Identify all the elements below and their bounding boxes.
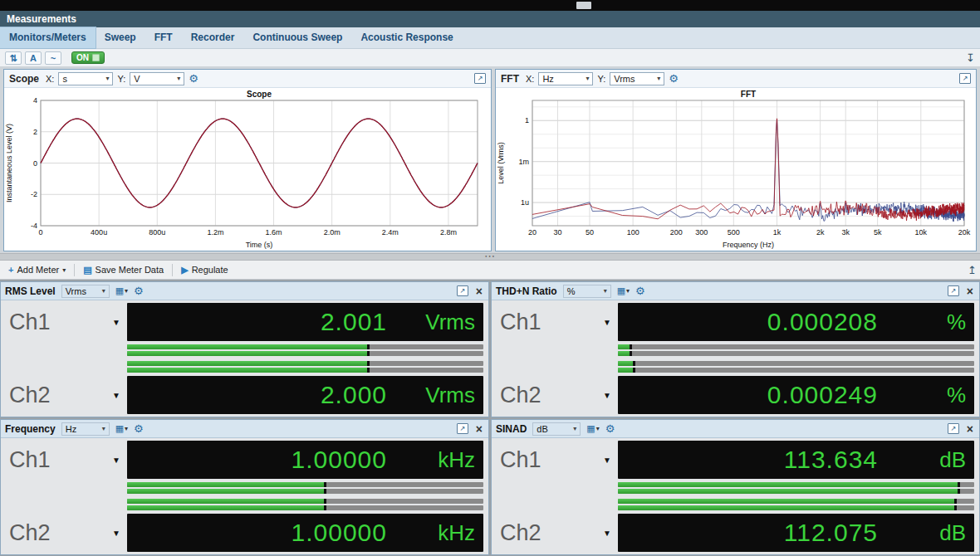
- channel-selector[interactable]: Ch2 ▼: [4, 514, 127, 552]
- regulate-label: Regulate: [192, 265, 228, 275]
- svg-text:100: 100: [627, 228, 639, 237]
- svg-text:Instantaneous Level (V): Instantaneous Level (V): [5, 124, 13, 202]
- tab-continuous-sweep[interactable]: Continuous Sweep: [243, 27, 351, 48]
- tab-sweep[interactable]: Sweep: [96, 27, 145, 48]
- channel-selector[interactable]: Ch1 ▼: [4, 303, 127, 341]
- chevron-down-icon: ▾: [62, 266, 66, 274]
- display-options-icon[interactable]: ▦ ▾: [586, 423, 599, 434]
- monitor-waveform-icon[interactable]: ~: [45, 51, 61, 65]
- display-grid-icon: ▦: [115, 285, 124, 296]
- chevron-down-icon: ▾: [177, 75, 180, 82]
- fft-chart: 2030501002003005001k2k3k5k10k20k1u1m1FFT…: [496, 88, 976, 251]
- channel-row: Ch1 ▼ 0.000208 %: [495, 303, 974, 341]
- svg-text:300: 300: [695, 228, 708, 237]
- svg-text:3k: 3k: [841, 228, 850, 237]
- close-icon[interactable]: ×: [474, 423, 484, 435]
- channel-selector[interactable]: Ch2 ▼: [495, 376, 618, 414]
- tab-acoustic-response[interactable]: Acoustic Response: [351, 27, 462, 48]
- dropdown-icon: ▼: [112, 456, 120, 465]
- scope-y-combo[interactable]: V ▾: [130, 72, 184, 85]
- close-icon[interactable]: ×: [965, 423, 975, 435]
- popout-icon[interactable]: ↗: [457, 423, 468, 434]
- display-options-icon[interactable]: ▦ ▾: [115, 423, 128, 434]
- dropdown-icon: ▼: [603, 391, 611, 400]
- popout-icon[interactable]: ↗: [457, 285, 468, 296]
- meter-value-unit: %: [889, 310, 966, 335]
- level-bar: [127, 344, 483, 349]
- tab-monitors-meters[interactable]: Monitors/Meters: [0, 27, 96, 48]
- expand-panel-icon[interactable]: ↥: [968, 265, 977, 276]
- svg-text:-4: -4: [31, 222, 37, 230]
- page-title: Measurements: [7, 13, 76, 25]
- meter-unit-combo[interactable]: dB ▾: [532, 422, 581, 436]
- meter-body: Ch1 ▼ 0.000208 %: [492, 300, 979, 417]
- popout-icon[interactable]: ↗: [959, 73, 971, 84]
- save-grid-icon: ▤: [83, 265, 91, 276]
- auto-gen-icon[interactable]: A: [25, 51, 42, 65]
- channel-selector[interactable]: Ch1 ▼: [495, 441, 618, 479]
- close-icon[interactable]: ×: [965, 285, 975, 297]
- collapse-panel-icon[interactable]: ↧: [966, 52, 975, 63]
- close-icon[interactable]: ×: [474, 285, 484, 297]
- channel-row: Ch2 ▼ 0.000249 %: [495, 376, 974, 414]
- io-settings-icon[interactable]: ⇅: [5, 51, 22, 65]
- svg-text:1.2m: 1.2m: [207, 228, 223, 237]
- meter-unit-combo[interactable]: % ▾: [563, 285, 611, 298]
- add-meter-button[interactable]: + Add Meter ▾: [3, 263, 71, 276]
- display-options-icon[interactable]: ▦ ▾: [115, 285, 128, 296]
- meter-value-unit: %: [889, 383, 966, 408]
- display-options-icon[interactable]: ▦ ▾: [617, 285, 630, 296]
- channel-row: Ch1 ▼ 113.634 dB: [495, 441, 974, 479]
- level-bars: [618, 480, 974, 495]
- gear-icon[interactable]: ⚙: [635, 285, 645, 296]
- plus-icon: +: [8, 265, 13, 275]
- splitter-handle[interactable]: ⋯: [0, 253, 980, 261]
- save-meter-data-label: Save Meter Data: [96, 265, 164, 275]
- scope-x-value: s: [62, 74, 67, 84]
- popout-icon[interactable]: ↗: [948, 285, 959, 296]
- display-grid-icon: ▦: [586, 423, 595, 434]
- tab-recorder[interactable]: Recorder: [182, 27, 244, 48]
- svg-text:4: 4: [33, 96, 37, 105]
- add-meter-label: Add Meter: [17, 265, 59, 275]
- svg-text:0: 0: [38, 228, 42, 237]
- svg-text:2k: 2k: [816, 228, 825, 237]
- popout-icon[interactable]: ↗: [948, 423, 959, 434]
- popout-icon[interactable]: ↗: [474, 73, 486, 84]
- level-bar: [618, 361, 974, 366]
- regulate-button[interactable]: ▶ Regulate: [176, 263, 233, 277]
- meter-unit-combo[interactable]: Vrms ▾: [61, 285, 110, 298]
- dropdown-icon: ▼: [112, 391, 120, 400]
- main-toolbar: ⇅ A ~ ON ↧: [0, 49, 980, 67]
- channel-selector[interactable]: Ch2 ▼: [4, 376, 127, 414]
- scope-x-combo[interactable]: s ▾: [58, 72, 113, 85]
- fft-y-combo[interactable]: Vrms ▾: [610, 72, 664, 85]
- generator-on-toggle[interactable]: ON: [71, 51, 105, 64]
- tab-fft[interactable]: FFT: [145, 27, 182, 48]
- channel-row: Ch2 ▼ 2.000 Vrms: [4, 376, 483, 414]
- meter-unit-combo[interactable]: Hz ▾: [61, 422, 110, 436]
- channel-row: Ch2 ▼ 112.075 dB: [495, 514, 974, 552]
- on-label: ON: [76, 53, 89, 62]
- fft-panel-title: FFT: [501, 73, 519, 85]
- save-meter-data-button[interactable]: ▤ Save Meter Data: [78, 263, 169, 277]
- dropdown-icon: ▼: [112, 529, 120, 538]
- channel-selector[interactable]: Ch2 ▼: [495, 514, 618, 552]
- svg-text:Time (s): Time (s): [246, 241, 273, 249]
- meter-value: 0.000249: [767, 381, 878, 409]
- chevron-down-icon: ▾: [586, 75, 589, 82]
- fft-x-value: Hz: [542, 74, 553, 84]
- gear-icon[interactable]: ⚙: [189, 73, 198, 84]
- gear-icon[interactable]: ⚙: [134, 423, 144, 434]
- meter-header: RMS Level Vrms ▾ ▦ ▾ ⚙ ↗ ×: [1, 282, 488, 300]
- meter-body: Ch1 ▼ 1.00000 kHz: [1, 438, 488, 554]
- gear-icon[interactable]: ⚙: [605, 423, 615, 434]
- meter-value-unit: kHz: [399, 447, 475, 473]
- gear-icon[interactable]: ⚙: [134, 285, 144, 296]
- channel-selector[interactable]: Ch1 ▼: [495, 303, 618, 341]
- channel-selector[interactable]: Ch1 ▼: [4, 441, 127, 479]
- fft-x-combo[interactable]: Hz ▾: [538, 72, 593, 85]
- gear-icon[interactable]: ⚙: [669, 73, 679, 84]
- channel-label: Ch2: [500, 383, 541, 408]
- meter-display: 2.000 Vrms: [127, 376, 483, 414]
